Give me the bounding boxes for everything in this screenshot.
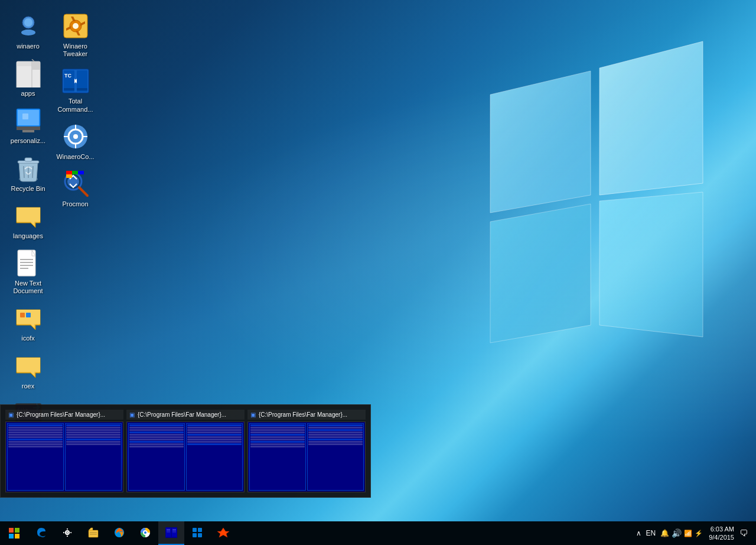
- network-icon[interactable]: 📶: [684, 530, 692, 537]
- far2-title: {C:\Program Files\Far Manager}...: [138, 411, 226, 418]
- desktop-icon-roex[interactable]: roex: [6, 349, 50, 393]
- far2-icon: ▣: [129, 411, 135, 418]
- svg-rect-60: [72, 171, 78, 174]
- desktop-icon-apps[interactable]: apps: [6, 56, 50, 100]
- system-clock[interactable]: 6:03 AM 9/4/2015: [709, 525, 734, 542]
- svg-marker-89: [217, 528, 229, 537]
- svg-rect-86: [198, 528, 202, 532]
- system-tray: ∧ EN 🔔 🔊 📶 ⚡: [633, 528, 706, 538]
- clock-date: 9/4/2015: [709, 533, 734, 541]
- thumbnail-preview-far2: [126, 421, 245, 492]
- svg-point-8: [21, 30, 35, 35]
- taskbar-app3[interactable]: [210, 521, 236, 545]
- personaliz-label: personaliz...: [11, 137, 45, 145]
- volume-icon[interactable]: 🔊: [672, 528, 682, 538]
- desktop-icon-total-commander[interactable]: TC Total Command...: [53, 64, 97, 116]
- taskbar-settings[interactable]: [54, 521, 80, 545]
- apps-icon: [14, 59, 43, 87]
- thumbnail-preview-far1: [5, 421, 123, 492]
- taskbar-apps: [28, 521, 627, 545]
- far3-title: {C:\Program Files\Far Manager}...: [259, 411, 347, 418]
- winaero-tweaker-icon: [61, 12, 90, 40]
- svg-rect-21: [25, 158, 32, 161]
- far1-icon: ▣: [8, 411, 14, 418]
- svg-rect-87: [193, 533, 197, 537]
- notification-icon[interactable]: 🔔: [660, 529, 669, 537]
- roex-icon: [14, 352, 43, 380]
- total-commander-label: Total Command...: [56, 98, 94, 113]
- svg-rect-63: [9, 528, 14, 533]
- thumbnail-popup: ▣ {C:\Program Files\Far Manager}...: [0, 404, 371, 498]
- taskbar-chrome[interactable]: [132, 521, 158, 545]
- desktop-icon-languages[interactable]: languages: [6, 199, 50, 243]
- winaero-tweaker-label: Winaero Tweaker: [56, 43, 94, 58]
- thumbnail-item-far1[interactable]: ▣ {C:\Program Files\Far Manager}...: [5, 410, 123, 492]
- taskbar: ∧ EN 🔔 🔊 📶 ⚡ 6:03 AM 9/4/2015 🗨: [0, 521, 756, 545]
- action-center-icon[interactable]: 🗨: [737, 528, 750, 538]
- far3-icon: ▣: [250, 411, 256, 418]
- taskbar-firefox[interactable]: [106, 521, 132, 545]
- windows-logo: [472, 24, 721, 402]
- start-button[interactable]: [0, 521, 28, 545]
- svg-rect-13: [32, 61, 40, 70]
- recycle-bin-label: Recycle Bin: [11, 185, 45, 193]
- desktop-icon-winaero-tweaker[interactable]: Winaero Tweaker: [53, 9, 97, 61]
- language-indicator[interactable]: EN: [644, 529, 659, 537]
- winaero-label: winaero: [17, 43, 40, 50]
- svg-rect-85: [193, 528, 197, 532]
- svg-rect-22: [18, 250, 35, 276]
- taskbar-explorer[interactable]: [80, 521, 106, 545]
- svg-rect-30: [20, 313, 25, 317]
- taskbar-edge[interactable]: [28, 521, 54, 545]
- procmon-label: Procmon: [62, 200, 88, 208]
- svg-rect-78: [172, 528, 177, 537]
- svg-marker-4: [490, 71, 591, 213]
- desktop-icon-procmon[interactable]: Procmon: [53, 167, 97, 211]
- svg-point-42: [73, 23, 79, 29]
- svg-text:TC: TC: [64, 73, 71, 79]
- procmon-icon: [61, 170, 90, 198]
- winaero-icon: [14, 12, 43, 40]
- clock-time: 6:03 AM: [709, 525, 734, 533]
- thumbnail-header-far2: ▣ {C:\Program Files\Far Manager}...: [126, 410, 245, 420]
- desktop-icon-winaero-co[interactable]: WinaeroCo...: [53, 119, 97, 164]
- svg-rect-62: [66, 174, 72, 178]
- svg-rect-47: [64, 88, 74, 90]
- desktop-icon-new-text-doc[interactable]: New Text Document: [6, 246, 50, 298]
- icofx-icon: [14, 304, 43, 332]
- svg-rect-71: [90, 534, 97, 535]
- svg-marker-5: [599, 41, 703, 195]
- personaliz-icon: [14, 106, 43, 135]
- thumbnail-header-far1: ▣ {C:\Program Files\Far Manager}...: [5, 410, 123, 420]
- far1-title: {C:\Program Files\Far Manager}...: [17, 411, 105, 418]
- svg-rect-66: [15, 534, 19, 538]
- svg-rect-48: [77, 88, 87, 90]
- chevron-up-icon[interactable]: ∧: [636, 529, 641, 537]
- winaero-co-label: WinaeroCo...: [56, 153, 94, 161]
- svg-rect-59: [66, 171, 72, 174]
- svg-rect-61: [78, 171, 84, 174]
- taskbar-app2[interactable]: [184, 521, 210, 545]
- svg-marker-2: [490, 204, 591, 343]
- power-icon[interactable]: ⚡: [695, 530, 703, 537]
- svg-rect-31: [26, 313, 31, 317]
- svg-point-68: [67, 532, 69, 534]
- taskbar-far-manager[interactable]: [158, 521, 184, 545]
- roex-label: roex: [22, 382, 34, 390]
- recycle-bin-icon: [14, 154, 43, 183]
- thumbnail-preview-far3: [247, 421, 366, 492]
- desktop-icon-icofx[interactable]: icofx: [6, 301, 50, 345]
- svg-point-75: [144, 531, 146, 534]
- thumbnail-header-far3: ▣ {C:\Program Files\Far Manager}...: [247, 410, 366, 420]
- svg-rect-64: [15, 528, 19, 533]
- svg-line-58: [79, 187, 87, 196]
- desktop-icon-winaero[interactable]: winaero: [6, 9, 50, 53]
- thumbnail-item-far2[interactable]: ▣ {C:\Program Files\Far Manager}...: [126, 410, 245, 492]
- desktop-icon-personaliz[interactable]: personaliz...: [6, 103, 50, 148]
- languages-icon: [14, 202, 43, 230]
- svg-rect-88: [198, 533, 202, 537]
- desktop-icon-recycle-bin[interactable]: Recycle Bin: [6, 151, 50, 196]
- svg-rect-77: [166, 528, 171, 537]
- desktop: winaero apps: [0, 0, 756, 521]
- thumbnail-item-far3[interactable]: ▣ {C:\Program Files\Far Manager}...: [247, 410, 366, 492]
